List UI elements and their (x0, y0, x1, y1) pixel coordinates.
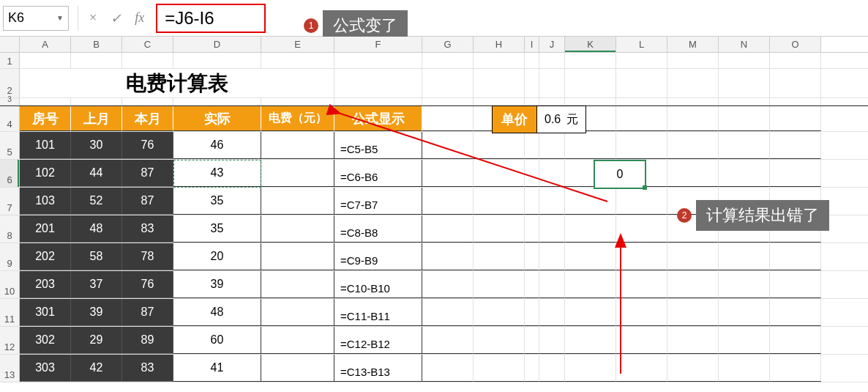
cell[interactable] (616, 215, 667, 243)
cell[interactable] (565, 132, 616, 159)
cell[interactable] (565, 327, 616, 354)
cell[interactable] (719, 355, 770, 382)
cell[interactable] (474, 188, 525, 215)
cell[interactable] (474, 355, 525, 382)
cell[interactable] (539, 215, 565, 243)
confirm-icon[interactable]: ✓ (111, 10, 121, 26)
cell[interactable] (474, 327, 525, 354)
cell-this[interactable]: 87 (122, 160, 173, 187)
cell-last[interactable]: 44 (71, 160, 122, 187)
hdr-room[interactable]: 房号 (20, 106, 71, 131)
cancel-icon[interactable]: × (89, 10, 97, 26)
cell[interactable] (667, 243, 719, 270)
col-header-D[interactable]: D (173, 37, 261, 52)
row-header-5[interactable]: 5 (0, 132, 20, 159)
col-header-K[interactable]: K (565, 37, 616, 52)
col-header-B[interactable]: B (71, 37, 122, 52)
cell[interactable] (770, 271, 821, 298)
cell[interactable] (525, 355, 539, 382)
cell-fee[interactable] (261, 132, 334, 159)
col-header-G[interactable]: G (422, 37, 474, 52)
cell-actual[interactable]: 35 (173, 215, 261, 243)
cell[interactable] (565, 215, 616, 243)
cell[interactable] (422, 215, 474, 243)
cell-last[interactable]: 48 (71, 215, 122, 243)
cell[interactable] (770, 243, 821, 270)
cell-formula[interactable]: =C5-B5 (334, 132, 422, 159)
cell[interactable] (422, 355, 474, 382)
row-header-9[interactable]: 9 (0, 243, 20, 270)
cell[interactable] (20, 53, 71, 68)
cell-last[interactable]: 29 (71, 327, 122, 354)
cell-this[interactable]: 87 (122, 188, 173, 215)
cell[interactable] (770, 327, 821, 354)
cell[interactable] (422, 243, 474, 270)
cell[interactable] (770, 160, 821, 187)
cell-room[interactable]: 102 (20, 160, 71, 187)
cell-fee[interactable] (261, 160, 334, 187)
cell[interactable] (565, 188, 616, 215)
cell-actual[interactable]: 60 (173, 327, 261, 354)
cell-formula[interactable]: =C9-B9 (334, 243, 422, 270)
col-header-F[interactable]: F (334, 37, 422, 52)
cell[interactable] (616, 243, 667, 270)
cell[interactable] (474, 299, 525, 326)
cell[interactable] (565, 243, 616, 270)
cell-room[interactable]: 201 (20, 215, 71, 243)
cell-formula[interactable]: =C12-B12 (334, 327, 422, 354)
cell[interactable] (616, 188, 667, 215)
cell[interactable] (539, 243, 565, 270)
cell-last[interactable]: 37 (71, 271, 122, 298)
sheet-title[interactable]: 电费计算表 (20, 69, 334, 97)
cell-this[interactable]: 76 (122, 132, 173, 159)
cell-actual[interactable]: 48 (173, 299, 261, 326)
cell-actual[interactable]: 20 (173, 243, 261, 270)
cell[interactable] (565, 355, 616, 382)
row-header-7[interactable]: 7 (0, 188, 20, 215)
fx-icon[interactable]: fx (135, 10, 144, 26)
row-header-11[interactable]: 11 (0, 299, 20, 326)
cell[interactable] (525, 299, 539, 326)
cell[interactable] (422, 327, 474, 354)
col-header-C[interactable]: C (122, 37, 173, 52)
cell[interactable] (719, 271, 770, 298)
cell[interactable] (770, 355, 821, 382)
cell-fee[interactable] (261, 188, 334, 215)
cell-formula[interactable]: =C8-B8 (334, 215, 422, 243)
cell[interactable] (667, 299, 719, 326)
cell[interactable] (474, 215, 525, 243)
row-header-4[interactable]: 4 (0, 106, 20, 131)
cell-fee[interactable] (261, 215, 334, 243)
cell[interactable] (539, 299, 565, 326)
cell[interactable] (539, 327, 565, 354)
cell-last[interactable]: 30 (71, 132, 122, 159)
row-header-8[interactable]: 8 (0, 215, 20, 243)
cell-fee[interactable] (261, 299, 334, 326)
hdr-fee[interactable]: 电费（元） (261, 106, 334, 131)
cell-room[interactable]: 101 (20, 132, 71, 159)
col-header-M[interactable]: M (667, 37, 719, 52)
cell[interactable] (525, 243, 539, 270)
cell-formula[interactable]: =C11-B11 (334, 299, 422, 326)
cell-actual[interactable]: 41 (173, 355, 261, 382)
col-header-H[interactable]: H (474, 37, 525, 52)
cell-room[interactable]: 202 (20, 243, 71, 270)
row-header-2[interactable]: 2 (0, 69, 20, 97)
cell[interactable] (616, 132, 667, 159)
cell[interactable] (719, 327, 770, 354)
cell[interactable] (474, 243, 525, 270)
cell[interactable] (422, 132, 474, 159)
cell[interactable] (525, 327, 539, 354)
formula-input[interactable]: =J6-I6 (165, 8, 214, 29)
cell-this[interactable]: 78 (122, 243, 173, 270)
cell[interactable] (525, 188, 539, 215)
cell[interactable] (539, 271, 565, 298)
hdr-last[interactable]: 上月 (71, 106, 122, 131)
cell-this[interactable]: 89 (122, 327, 173, 354)
row-header-1[interactable]: 1 (0, 53, 20, 68)
cell[interactable] (539, 188, 565, 215)
cell-formula[interactable]: =C7-B7 (334, 188, 422, 215)
cell[interactable] (770, 132, 821, 159)
cell[interactable] (667, 132, 719, 159)
cell-fee[interactable] (261, 243, 334, 270)
